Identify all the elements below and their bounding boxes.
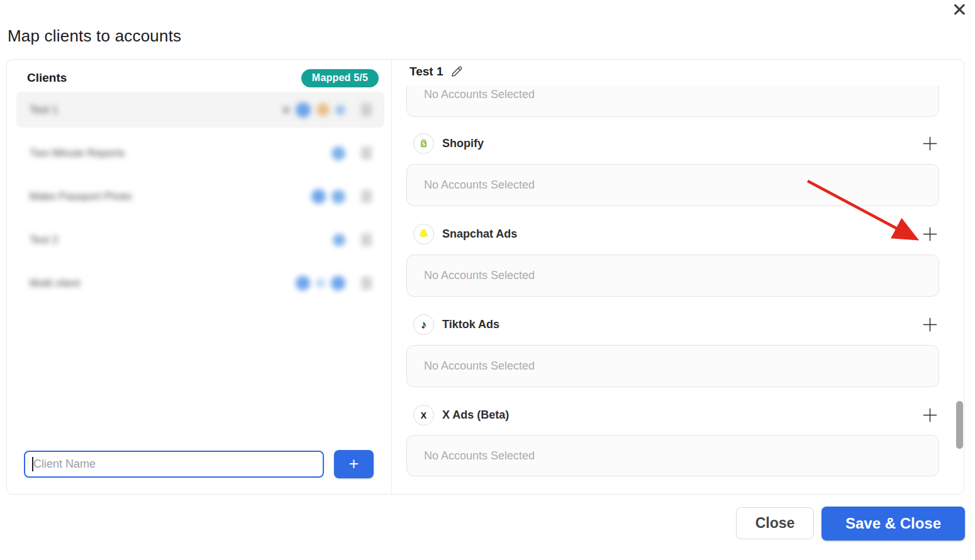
account-mapping-panel: Test 1 No Accounts Selected S [392, 60, 964, 494]
page-title: Map clients to accounts [8, 26, 181, 46]
delete-icon[interactable] [361, 190, 372, 203]
client-name-label: Make Passport Photo [30, 190, 132, 203]
no-accounts-text: No Accounts Selected [424, 269, 535, 282]
save-and-close-button[interactable]: Save & Close [822, 507, 965, 541]
client-list: Test 1 Two Minute Reports Make Passport … [16, 92, 384, 309]
client-row-test-2[interactable]: Test 2 [16, 222, 384, 258]
no-accounts-text: No Accounts Selected [424, 360, 535, 373]
snapchat-icon [413, 224, 434, 244]
empty-accounts-box-tiktok: No Accounts Selected [406, 345, 939, 387]
shopify-icon: S [413, 133, 434, 154]
selected-client-name: Test 1 [410, 65, 443, 79]
client-name-label: Two Minute Reports [30, 147, 125, 160]
delete-icon[interactable] [361, 277, 372, 290]
add-client-button[interactable]: + [334, 450, 374, 478]
client-name-field-wrap [24, 451, 324, 478]
scrollbar-thumb[interactable] [956, 401, 963, 449]
section-snapchat-ads: Snapchat Ads [413, 224, 942, 244]
section-tiktok-ads: ♪ Tiktok Ads [413, 314, 942, 335]
clients-title: Clients [27, 71, 67, 85]
section-x-ads: X X Ads (Beta) [413, 405, 942, 425]
client-name-label: Test 2 [30, 234, 58, 246]
empty-accounts-box-snapchat: No Accounts Selected [406, 255, 939, 297]
client-name-label: Multi client [30, 277, 80, 290]
section-shopify: S Shopify [413, 133, 942, 154]
text-caret [32, 457, 33, 471]
platform-dots [333, 234, 345, 246]
add-account-button-snapchat[interactable] [922, 226, 939, 243]
clients-panel: Clients Mapped 5/5 Test 1 Two Minute Rep… [7, 60, 392, 494]
no-accounts-text: No Accounts Selected [424, 88, 535, 101]
x-ads-icon: X [413, 405, 434, 425]
platform-dots [311, 189, 345, 204]
client-row-test-1[interactable]: Test 1 [16, 92, 384, 128]
empty-accounts-box-clipped: No Accounts Selected [406, 85, 939, 117]
edit-pencil-icon[interactable] [450, 65, 464, 79]
mapped-count-badge: Mapped 5/5 [301, 69, 379, 87]
client-row-two-minute-reports[interactable]: Two Minute Reports [16, 135, 384, 171]
section-label: Snapchat Ads [442, 228, 517, 241]
svg-text:S: S [422, 141, 425, 147]
selected-client-header: Test 1 [410, 65, 464, 79]
delete-icon[interactable] [361, 103, 372, 116]
client-name-input[interactable] [25, 452, 323, 476]
platform-dots [282, 102, 345, 118]
map-clients-modal: Clients Mapped 5/5 Test 1 Two Minute Rep… [6, 59, 964, 495]
no-accounts-text: No Accounts Selected [424, 449, 535, 463]
close-icon[interactable]: ✕ [952, 0, 967, 21]
clients-panel-header: Clients Mapped 5/5 [7, 60, 391, 90]
client-name-label: Test 1 [30, 104, 58, 116]
add-account-button-shopify[interactable] [922, 135, 939, 152]
section-label: Tiktok Ads [442, 318, 499, 331]
client-row-multi-client[interactable]: Multi client [16, 265, 384, 301]
no-accounts-text: No Accounts Selected [424, 178, 535, 192]
section-label: X Ads (Beta) [442, 409, 509, 422]
platform-dots [332, 146, 345, 160]
section-label: Shopify [442, 137, 484, 150]
client-row-make-passport-photo[interactable]: Make Passport Photo [16, 178, 384, 214]
delete-icon[interactable] [361, 146, 372, 160]
add-account-button-x-ads[interactable] [922, 407, 939, 424]
platform-dots [296, 276, 345, 290]
close-button[interactable]: Close [736, 507, 814, 539]
delete-icon[interactable] [361, 233, 372, 246]
empty-accounts-box-x-ads: No Accounts Selected [406, 435, 939, 476]
tiktok-icon: ♪ [413, 314, 434, 335]
empty-accounts-box-shopify: No Accounts Selected [406, 164, 939, 206]
add-account-button-tiktok[interactable] [922, 316, 939, 333]
